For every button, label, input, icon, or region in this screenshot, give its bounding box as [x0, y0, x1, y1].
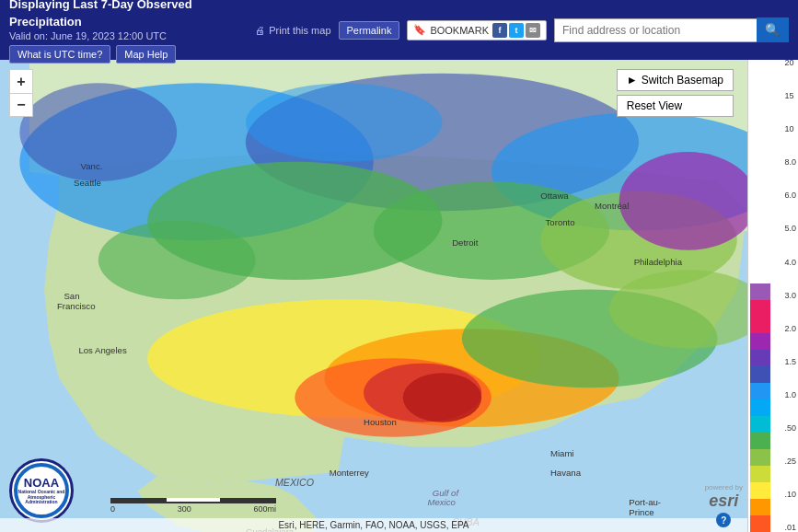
legend-label-15: 1.5	[784, 357, 796, 366]
legend-seg-10	[750, 499, 770, 515]
map-area[interactable]: Vanc. Seattle San Francisco Los Angeles …	[0, 60, 798, 532]
bookmark-area[interactable]: 🔖 BOOKMARK f t ✉	[407, 20, 547, 40]
search-input[interactable]	[554, 18, 757, 42]
svg-point-7	[98, 221, 256, 299]
map-title: Displaying Last 7-Day Observed Precipita…	[9, 0, 255, 30]
switch-basemap-button[interactable]: ► Switch Basemap	[617, 69, 734, 91]
legend-seg-2	[750, 416, 770, 433]
map-svg: Vanc. Seattle San Francisco Los Angeles …	[0, 60, 798, 532]
svg-text:Seattle: Seattle	[74, 178, 101, 188]
svg-text:Gulf of: Gulf of	[433, 488, 460, 498]
svg-text:MEXICO: MEXICO	[275, 477, 314, 488]
scale-label-600: 600mi	[253, 504, 276, 514]
legend-label-3: 3.0	[784, 291, 796, 300]
bookmark-label: BOOKMARK	[430, 25, 489, 36]
svg-text:Philadelphia: Philadelphia	[634, 257, 683, 267]
legend-label-6: 6.0	[784, 191, 796, 200]
scale-segment-2	[167, 498, 221, 502]
reset-view-button[interactable]: Reset View	[617, 95, 734, 117]
svg-text:Francisco: Francisco	[57, 301, 96, 311]
svg-point-17	[246, 83, 443, 161]
permalink-button[interactable]: Permalink	[339, 21, 400, 40]
legend-label-10: .10	[784, 490, 796, 499]
switch-basemap-label: Switch Basemap	[642, 74, 723, 87]
legend: NOAA Inches	[747, 0, 798, 532]
svg-point-12	[403, 373, 481, 422]
noaa-subtext: National Oceanic andAtmosphericAdministr…	[18, 490, 65, 505]
svg-text:Los Angeles: Los Angeles	[78, 345, 126, 355]
zoom-controls: + −	[9, 69, 33, 117]
legend-label-01: .01	[784, 523, 796, 532]
scale-segment-1	[112, 498, 167, 502]
noaa-inner: NOAA National Oceanic andAtmosphericAdmi…	[14, 463, 69, 518]
legend-label-1: 1.0	[784, 390, 796, 399]
search-wrap: 🔍	[554, 17, 789, 42]
svg-text:Montréal: Montréal	[595, 201, 629, 211]
svg-text:Miami: Miami	[550, 448, 574, 458]
facebook-icon[interactable]: f	[492, 23, 507, 38]
search-icon: 🔍	[765, 23, 781, 37]
esri-help-button[interactable]: ?	[716, 513, 731, 527]
legend-seg-1	[750, 449, 770, 466]
scale-label-0: 0	[110, 504, 115, 514]
map-controls-right: ► Switch Basemap Reset View	[617, 69, 734, 117]
legend-seg-4	[750, 383, 770, 399]
twitter-icon[interactable]: t	[509, 23, 524, 38]
legend-label-15c: 15	[784, 91, 796, 100]
utc-time-button[interactable]: What is UTC time?	[9, 45, 110, 64]
search-button[interactable]: 🔍	[757, 17, 789, 42]
bookmark-icons: f t ✉	[492, 23, 540, 38]
esri-powered-label: powered by	[705, 483, 743, 492]
arrow-right-icon: ►	[627, 74, 638, 87]
legend-seg-8	[750, 333, 770, 350]
legend-label-2: 2.0	[784, 324, 796, 333]
svg-text:Toronto: Toronto	[546, 217, 575, 227]
svg-text:Prince: Prince	[629, 507, 653, 517]
svg-text:Port-au-: Port-au-	[629, 497, 661, 507]
legend-seg-20	[750, 283, 770, 300]
print-label: Print this map	[269, 25, 330, 36]
noaa-text: NOAA	[24, 476, 59, 490]
legend-color-section: .01 .10 .25 .50 1.0 1.5 2.0 3.0 4.0 5.0 …	[750, 58, 796, 532]
svg-text:Monterrey: Monterrey	[330, 468, 369, 478]
zoom-out-button[interactable]: −	[9, 93, 33, 117]
bookmark-icon: 🔖	[413, 24, 426, 36]
legend-seg-01	[750, 515, 770, 532]
legend-seg-3	[750, 399, 770, 416]
app: Displaying Last 7-Day Observed Precipita…	[0, 0, 798, 532]
svg-point-15	[619, 152, 757, 250]
zoom-in-button[interactable]: +	[9, 69, 33, 93]
legend-seg-6	[750, 350, 770, 366]
scale-segment-3	[220, 498, 274, 502]
legend-label-25: .25	[784, 457, 796, 466]
topbar-right: 🖨 Print this map Permalink 🔖 BOOKMARK f …	[255, 17, 789, 42]
legend-seg-10b	[750, 317, 770, 333]
topbar: Displaying Last 7-Day Observed Precipita…	[0, 0, 798, 60]
legend-seg-15	[750, 433, 770, 449]
legend-seg-50	[750, 466, 770, 482]
scale-label-300: 300	[178, 504, 191, 514]
legend-label-50: .50	[784, 423, 796, 433]
attribution: Esri, HERE, Garmin, FAO, NOAA, USGS, EPA	[0, 518, 747, 532]
printer-icon: 🖨	[255, 25, 265, 36]
email-icon[interactable]: ✉	[526, 23, 540, 38]
legend-label-5: 5.0	[784, 224, 796, 233]
legend-seg-5	[750, 366, 770, 383]
topbar-left: Displaying Last 7-Day Observed Precipita…	[9, 0, 255, 64]
legend-labels-col: .01 .10 .25 .50 1.0 1.5 2.0 3.0 4.0 5.0 …	[782, 58, 796, 532]
legend-label-8: 8.0	[784, 157, 796, 167]
svg-text:Detroit: Detroit	[452, 237, 479, 248]
print-map-link[interactable]: 🖨 Print this map	[255, 25, 330, 36]
esri-text: esri	[709, 492, 738, 511]
noaa-logo: NOAA National Oceanic andAtmosphericAdmi…	[9, 458, 74, 523]
svg-point-14	[609, 270, 767, 348]
valid-date: Valid on: June 19, 2023 12:00 UTC	[9, 30, 255, 41]
map-help-button[interactable]: Map Help	[116, 45, 176, 64]
legend-seg-15b	[750, 300, 770, 317]
scale-bar: 0 300 600mi	[110, 498, 276, 514]
attribution-text: Esri, HERE, Garmin, FAO, NOAA, USGS, EPA	[278, 520, 468, 530]
svg-text:San: San	[64, 291, 79, 301]
esri-logo: powered by esri ?	[705, 483, 743, 527]
svg-text:Havana: Havana	[550, 468, 582, 478]
svg-text:Mexico: Mexico	[427, 497, 456, 507]
